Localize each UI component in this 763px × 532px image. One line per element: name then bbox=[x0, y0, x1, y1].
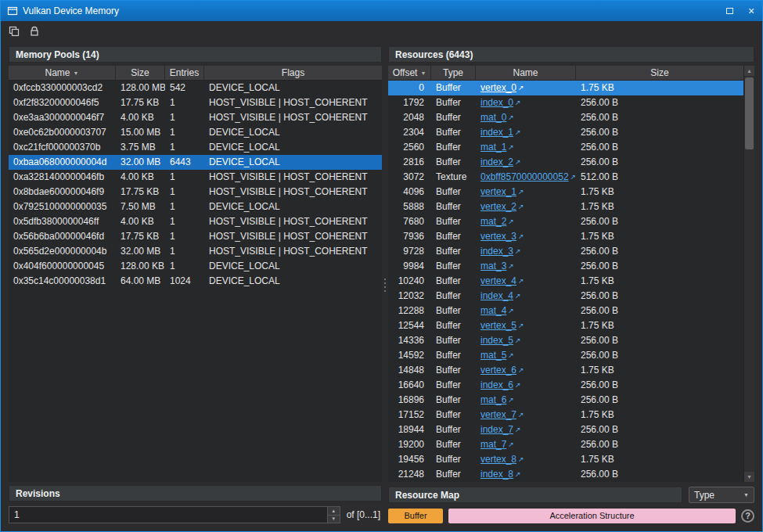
resource-row[interactable]: 2304 Buffer index_1↗ 256.00 B bbox=[388, 125, 743, 140]
resource-row[interactable]: 0 Buffer vertex_0↗ 1.75 KB bbox=[388, 81, 743, 95]
resource-link[interactable]: mat_3 bbox=[480, 261, 506, 271]
cell-name: mat_4↗ bbox=[476, 304, 576, 318]
resource-link[interactable]: vertex_5 bbox=[480, 320, 516, 331]
memory-pool-row[interactable]: 0x5dfb3800000046ff 4.00 KB 1 HOST_VISIBL… bbox=[9, 214, 382, 229]
lock-button[interactable] bbox=[26, 23, 43, 39]
resources-table-body: 0 Buffer vertex_0↗ 1.75 KB 1792 Buffer i… bbox=[388, 81, 743, 482]
memory-pool-row[interactable]: 0xe0c62b0000003707 15.00 MB 1 DEVICE_LOC… bbox=[9, 125, 382, 140]
resource-link[interactable]: index_0 bbox=[480, 97, 513, 108]
memory-pool-row[interactable]: 0x56b6ba00000046fd 17.75 KB 1 HOST_VISIB… bbox=[9, 229, 382, 244]
memory-pool-row[interactable]: 0xa3281400000046fb 4.00 KB 1 HOST_VISIBL… bbox=[9, 170, 382, 185]
column-header-name[interactable]: Name ▼ bbox=[9, 66, 116, 80]
resource-row[interactable]: 19456 Buffer vertex_8↗ 1.75 KB bbox=[388, 452, 743, 467]
column-header-offset[interactable]: Offset ▼ bbox=[388, 66, 431, 80]
memory-pool-row[interactable]: 0x404f600000000045 128.00 KB 1 DEVICE_LO… bbox=[9, 259, 382, 274]
memory-pool-row[interactable]: 0xfccb330000003cd2 128.00 MB 542 DEVICE_… bbox=[9, 81, 382, 95]
resource-row[interactable]: 14592 Buffer mat_5↗ 256.00 B bbox=[388, 348, 743, 363]
resource-row[interactable]: 1792 Buffer index_0↗ 256.00 B bbox=[388, 95, 743, 110]
resource-link[interactable]: 0xbff8570000000052 bbox=[480, 171, 569, 182]
resource-row[interactable]: 17152 Buffer vertex_7↗ 1.75 KB bbox=[388, 408, 743, 422]
resource-row[interactable]: 14848 Buffer vertex_6↗ 1.75 KB bbox=[388, 363, 743, 378]
memory-pool-row[interactable]: 0xbaa068000000004d 32.00 MB 6443 DEVICE_… bbox=[9, 155, 382, 170]
legend-buffer[interactable]: Buffer bbox=[388, 509, 443, 523]
resource-link[interactable]: vertex_1 bbox=[480, 186, 516, 197]
resource-map-type-dropdown[interactable]: Type ▼ bbox=[689, 487, 754, 503]
resource-link[interactable]: index_6 bbox=[480, 379, 513, 390]
resource-row[interactable]: 19200 Buffer mat_7↗ 256.00 B bbox=[388, 437, 743, 452]
resource-row[interactable]: 12288 Buffer mat_4↗ 256.00 B bbox=[388, 304, 743, 318]
memory-pool-row[interactable]: 0x35c14c00000038d1 64.00 MB 1024 DEVICE_… bbox=[9, 274, 382, 289]
resource-link[interactable]: vertex_8 bbox=[480, 454, 516, 465]
cell-name: 0x404f600000000045 bbox=[9, 259, 116, 274]
resource-link[interactable]: mat_2 bbox=[480, 216, 506, 227]
resource-link[interactable]: mat_6 bbox=[480, 394, 506, 405]
memory-pool-row[interactable]: 0xf2f83200000046f5 17.75 KB 1 HOST_VISIB… bbox=[9, 95, 382, 110]
resources-scrollbar[interactable]: ▲ ▼ bbox=[743, 66, 754, 482]
resource-link[interactable]: vertex_3 bbox=[480, 231, 516, 242]
resource-row[interactable]: 3072 Texture 0xbff8570000000052↗ 512.00 … bbox=[388, 170, 743, 185]
maximize-button[interactable] bbox=[718, 1, 740, 21]
resource-row[interactable]: 9984 Buffer mat_3↗ 256.00 B bbox=[388, 259, 743, 274]
resource-link[interactable]: index_5 bbox=[480, 335, 513, 346]
titlebar[interactable]: Vulkan Device Memory × bbox=[1, 1, 762, 21]
resource-link[interactable]: mat_5 bbox=[480, 350, 506, 361]
memory-pool-row[interactable]: 0x8bdae600000046f9 17.75 KB 1 HOST_VISIB… bbox=[9, 185, 382, 200]
scrollbar-thumb[interactable] bbox=[745, 77, 754, 149]
column-header-entries[interactable]: Entries bbox=[165, 66, 204, 80]
resource-link[interactable]: index_3 bbox=[480, 246, 513, 257]
scroll-up-button[interactable]: ▲ bbox=[744, 66, 754, 76]
resource-link[interactable]: mat_1 bbox=[480, 142, 506, 153]
cell-entries: 1 bbox=[165, 170, 204, 185]
resource-row[interactable]: 18944 Buffer index_7↗ 256.00 B bbox=[388, 422, 743, 437]
memory-pool-row[interactable]: 0x7925100000000035 7.50 MB 1 DEVICE_LOCA… bbox=[9, 200, 382, 214]
help-icon[interactable]: ? bbox=[741, 509, 754, 523]
memory-pool-row[interactable]: 0xc21fcf000000370b 3.75 MB 1 DEVICE_LOCA… bbox=[9, 140, 382, 155]
close-button[interactable]: × bbox=[740, 1, 762, 21]
clone-window-button[interactable] bbox=[5, 23, 23, 39]
resource-link[interactable]: vertex_6 bbox=[480, 365, 516, 376]
panel-splitter[interactable] bbox=[382, 46, 388, 523]
memory-pool-row[interactable]: 0x565d2e000000004b 32.00 MB 1 HOST_VISIB… bbox=[9, 244, 382, 259]
resource-link[interactable]: mat_0 bbox=[480, 112, 506, 123]
memory-pool-row[interactable]: 0xe3aa3000000046f7 4.00 KB 1 HOST_VISIBL… bbox=[9, 110, 382, 125]
spin-down-button[interactable]: ▼ bbox=[328, 516, 340, 523]
resource-row[interactable]: 14336 Buffer index_5↗ 256.00 B bbox=[388, 333, 743, 348]
legend-acceleration-structure[interactable]: Acceleration Structure bbox=[448, 509, 736, 523]
resource-link[interactable]: index_7 bbox=[480, 424, 513, 435]
resource-link[interactable]: vertex_7 bbox=[480, 409, 516, 420]
spin-up-button[interactable]: ▲ bbox=[328, 507, 340, 516]
resource-row[interactable]: 2816 Buffer index_2↗ 256.00 B bbox=[388, 155, 743, 170]
cell-name: vertex_6↗ bbox=[476, 363, 576, 378]
resource-row[interactable]: 2048 Buffer mat_0↗ 256.00 B bbox=[388, 110, 743, 125]
resource-row[interactable]: 10240 Buffer vertex_4↗ 1.75 KB bbox=[388, 274, 743, 289]
resource-row[interactable]: 21248 Buffer index_8↗ 256.00 B bbox=[388, 467, 743, 482]
column-header-type[interactable]: Type bbox=[431, 66, 476, 80]
resource-row[interactable]: 7680 Buffer mat_2↗ 256.00 B bbox=[388, 214, 743, 229]
resource-row[interactable]: 7936 Buffer vertex_3↗ 1.75 KB bbox=[388, 229, 743, 244]
resource-link[interactable]: index_2 bbox=[480, 156, 513, 167]
resource-link[interactable]: index_1 bbox=[480, 127, 513, 138]
resource-link[interactable]: vertex_4 bbox=[480, 275, 516, 286]
resource-link[interactable]: vertex_0 bbox=[480, 82, 516, 93]
resource-link[interactable]: mat_7 bbox=[480, 439, 506, 450]
resource-row[interactable]: 16896 Buffer mat_6↗ 256.00 B bbox=[388, 393, 743, 408]
column-header-flags[interactable]: Flags bbox=[204, 66, 382, 80]
resource-row[interactable]: 5888 Buffer vertex_2↗ 1.75 KB bbox=[388, 200, 743, 214]
cell-flags: HOST_VISIBLE | HOST_COHERENT bbox=[204, 214, 382, 229]
column-header-size[interactable]: Size bbox=[576, 66, 743, 80]
resource-link[interactable]: vertex_2 bbox=[480, 201, 516, 212]
resource-row[interactable]: 2560 Buffer mat_1↗ 256.00 B bbox=[388, 140, 743, 155]
revision-spinbox[interactable]: 1 ▲ ▼ bbox=[9, 506, 340, 523]
resource-link[interactable]: index_4 bbox=[480, 290, 513, 301]
scroll-down-button[interactable]: ▼ bbox=[744, 472, 754, 482]
resource-row[interactable]: 9728 Buffer index_3↗ 256.00 B bbox=[388, 244, 743, 259]
column-header-name[interactable]: Name bbox=[476, 66, 576, 80]
resource-row[interactable]: 12032 Buffer index_4↗ 256.00 B bbox=[388, 289, 743, 304]
resource-row[interactable]: 12544 Buffer vertex_5↗ 1.75 KB bbox=[388, 318, 743, 333]
resource-link[interactable]: index_8 bbox=[480, 469, 513, 480]
resource-row[interactable]: 4096 Buffer vertex_1↗ 1.75 KB bbox=[388, 185, 743, 200]
resource-row[interactable]: 16640 Buffer index_6↗ 256.00 B bbox=[388, 378, 743, 393]
column-header-size[interactable]: Size bbox=[116, 66, 165, 80]
cell-size: 17.75 KB bbox=[116, 229, 165, 244]
resource-link[interactable]: mat_4 bbox=[480, 305, 506, 316]
